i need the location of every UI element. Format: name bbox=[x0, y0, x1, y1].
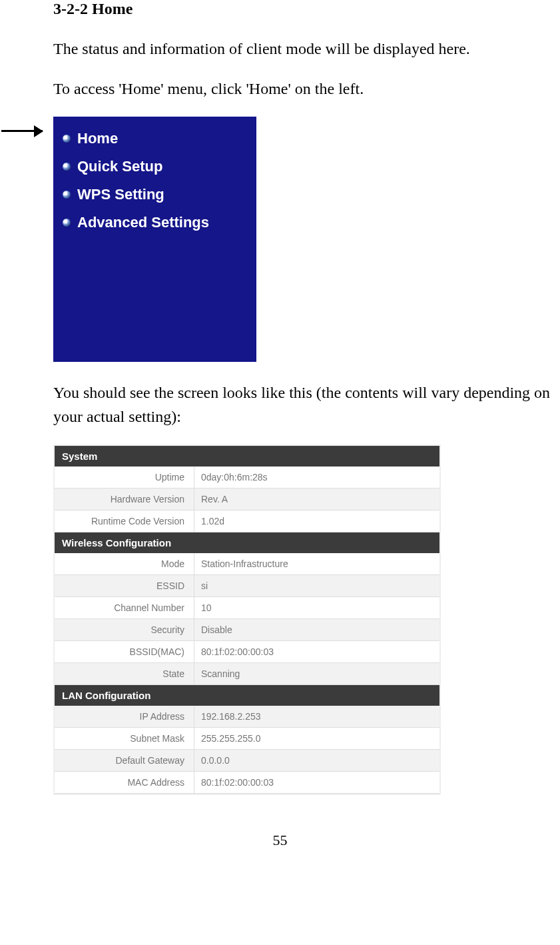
table-row: ESSID si bbox=[55, 575, 439, 597]
sidebar-item-wps-setting[interactable]: WPS Setting bbox=[60, 181, 250, 209]
row-label: Subnet Mask bbox=[55, 728, 194, 749]
status-table: System Uptime 0day:0h:6m:28s Hardware Ve… bbox=[53, 445, 441, 795]
row-value: 10 bbox=[194, 597, 439, 618]
row-value: 80:1f:02:00:00:03 bbox=[194, 772, 439, 793]
paragraph-3: You should see the screen looks like thi… bbox=[53, 381, 560, 429]
table-row: Uptime 0day:0h:6m:28s bbox=[55, 467, 439, 488]
row-value: Disable bbox=[194, 619, 439, 640]
pointer-arrow-icon bbox=[1, 130, 43, 132]
bullet-icon bbox=[63, 135, 71, 143]
status-header-wireless: Wireless Configuration bbox=[55, 532, 439, 553]
row-value: 255.255.255.0 bbox=[194, 728, 439, 749]
row-label: State bbox=[55, 663, 194, 684]
row-label: Runtime Code Version bbox=[55, 510, 194, 532]
table-row: IP Address 192.168.2.253 bbox=[55, 706, 439, 728]
table-row: Mode Station-Infrastructure bbox=[55, 553, 439, 575]
row-value: 1.02d bbox=[194, 510, 439, 532]
bullet-icon bbox=[63, 191, 71, 199]
table-row: Security Disable bbox=[55, 619, 439, 641]
sidebar-item-home[interactable]: Home bbox=[60, 125, 250, 153]
table-row: BSSID(MAC) 80:1f:02:00:00:03 bbox=[55, 641, 439, 663]
row-label: Channel Number bbox=[55, 597, 194, 618]
row-label: IP Address bbox=[55, 706, 194, 727]
table-row: MAC Address 80:1f:02:00:00:03 bbox=[55, 772, 439, 794]
row-value: Rev. A bbox=[194, 488, 439, 510]
table-row: Hardware Version Rev. A bbox=[55, 488, 439, 510]
row-label: MAC Address bbox=[55, 772, 194, 793]
sidebar-menu: Home Quick Setup WPS Setting Advanced Se… bbox=[53, 117, 256, 362]
sidebar-item-quick-setup[interactable]: Quick Setup bbox=[60, 153, 250, 181]
status-header-system: System bbox=[55, 446, 439, 467]
sidebar-item-label: WPS Setting bbox=[77, 186, 164, 203]
sidebar-item-label: Quick Setup bbox=[77, 158, 162, 175]
row-value: Station-Infrastructure bbox=[194, 553, 439, 574]
table-row: State Scanning bbox=[55, 663, 439, 685]
row-value: 0day:0h:6m:28s bbox=[194, 467, 439, 488]
bullet-icon bbox=[63, 163, 71, 171]
row-value: 0.0.0.0 bbox=[194, 750, 439, 771]
row-label: Default Gateway bbox=[55, 750, 194, 771]
row-label: BSSID(MAC) bbox=[55, 641, 194, 662]
bullet-icon bbox=[63, 219, 71, 227]
row-value: 192.168.2.253 bbox=[194, 706, 439, 727]
row-label: ESSID bbox=[55, 575, 194, 596]
sidebar-item-advanced-settings[interactable]: Advanced Settings bbox=[60, 209, 250, 237]
row-value: Scanning bbox=[194, 663, 439, 684]
page-number: 55 bbox=[0, 832, 560, 849]
row-value: 80:1f:02:00:00:03 bbox=[194, 641, 439, 662]
row-value: si bbox=[194, 575, 439, 596]
paragraph-2: To access 'Home' menu, click 'Home' on t… bbox=[53, 77, 560, 101]
row-label: Security bbox=[55, 619, 194, 640]
table-row: Runtime Code Version 1.02d bbox=[55, 510, 439, 532]
table-row: Default Gateway 0.0.0.0 bbox=[55, 750, 439, 772]
table-row: Subnet Mask 255.255.255.0 bbox=[55, 728, 439, 750]
menu-figure: Home Quick Setup WPS Setting Advanced Se… bbox=[53, 117, 560, 362]
sidebar-item-label: Advanced Settings bbox=[77, 214, 209, 231]
section-heading: 3-2-2 Home bbox=[53, 0, 560, 18]
paragraph-1: The status and information of client mod… bbox=[53, 37, 560, 61]
row-label: Uptime bbox=[55, 467, 194, 488]
row-label: Mode bbox=[55, 553, 194, 574]
sidebar-item-label: Home bbox=[77, 130, 118, 147]
row-label: Hardware Version bbox=[55, 488, 194, 510]
status-header-lan: LAN Configuration bbox=[55, 685, 439, 706]
table-row: Channel Number 10 bbox=[55, 597, 439, 619]
